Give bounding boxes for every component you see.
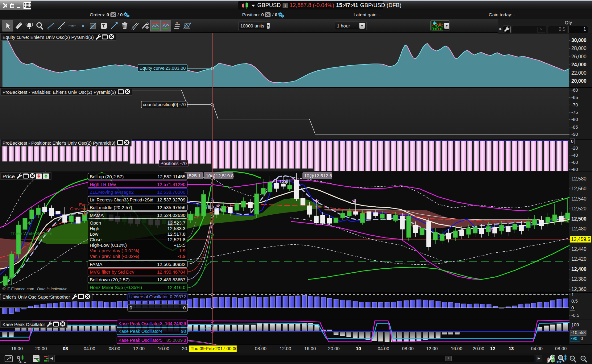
svg-text:Kase Peak Oscillator4: Kase Peak Oscillator4 <box>118 329 163 334</box>
svg-text:12,580: 12,580 <box>571 176 586 181</box>
svg-text:Lin Regress Chan33 Period+2Std: Lin Regress Chan33 Period+2Std <box>90 197 153 202</box>
svg-text:13: 13 <box>509 346 514 351</box>
svg-text:10@12,512.6: 10@12,512.6 <box>304 173 332 178</box>
svg-text:-80: -80 <box>571 167 578 172</box>
svg-text:FAMA: FAMA <box>90 262 102 267</box>
svg-text:12:00: 12:00 <box>426 346 438 351</box>
svg-text:0: 0 <box>184 338 186 343</box>
svg-text:08:00: 08:00 <box>555 346 567 351</box>
svg-text:12,400: 12,400 <box>571 267 586 272</box>
svg-text:12,416.0: 12,416.0 <box>168 285 185 290</box>
svg-text:Kase Peak Oscillator: Kase Peak Oscillator <box>2 322 45 327</box>
svg-text:-1.9: -1.9 <box>177 248 185 253</box>
svg-text:28,000: 28,000 <box>571 46 586 51</box>
svg-text:20,000: 20,000 <box>571 78 586 84</box>
svg-text:Positions: Positions <box>160 161 179 166</box>
svg-text:Equity curve: Equity curve <box>139 66 164 71</box>
svg-text:12,480: 12,480 <box>571 226 586 231</box>
svg-text:08:00: 08:00 <box>402 346 414 351</box>
svg-text:-0.5: -0.5 <box>571 312 579 318</box>
svg-text:-20: -20 <box>571 145 578 151</box>
svg-text:Data is indicative: Data is indicative <box>37 287 67 291</box>
svg-text:Open: Open <box>90 220 101 225</box>
svg-text:MAMA: MAMA <box>90 213 104 218</box>
svg-text:90: 90 <box>181 329 186 334</box>
svg-text:10@12,519.8: 10@12,519.8 <box>206 173 234 178</box>
svg-text:12,524.02630: 12,524.02630 <box>157 213 185 218</box>
svg-text:-85: -85 <box>571 124 578 130</box>
svg-text:12: 12 <box>490 346 495 351</box>
svg-text:0: 0 <box>581 336 583 341</box>
svg-text:12,380: 12,380 <box>571 276 586 282</box>
svg-text:20:00: 20:00 <box>473 346 484 351</box>
svg-text:12,499.46784: 12,499.46784 <box>157 269 185 275</box>
svg-text:-80: -80 <box>571 117 578 122</box>
svg-text:-65: -65 <box>571 95 578 100</box>
svg-text:12,537.92709: 12,537.92709 <box>157 197 185 202</box>
svg-text:-70: -70 <box>571 102 578 107</box>
svg-text:12,505.30932: 12,505.30932 <box>157 262 185 267</box>
svg-text:0: 0 <box>571 139 573 144</box>
svg-text:Thu 09-Feb-2017 00:00: Thu 09-Feb-2017 00:00 <box>191 346 238 351</box>
svg-text:12,360: 12,360 <box>571 287 586 292</box>
svg-text:12,440: 12,440 <box>571 246 586 252</box>
svg-text:12,523.7: 12,523.7 <box>168 220 185 225</box>
svg-text:Low: Low <box>90 231 98 237</box>
svg-text:0: 0 <box>571 305 574 310</box>
svg-text:12,582.11455: 12,582.11455 <box>157 174 185 179</box>
svg-text:Ehler's Univ Osc SuperSmoother: Ehler's Univ Osc SuperSmoother <box>2 294 70 300</box>
svg-text:12,560: 12,560 <box>571 186 586 191</box>
svg-text:12:00: 12:00 <box>133 346 145 351</box>
svg-text:12:00: 12:00 <box>279 346 291 351</box>
svg-text:12,538.70000: 12,538.70000 <box>157 189 185 195</box>
svg-text:-60: -60 <box>571 87 578 93</box>
svg-text:23,083.00: 23,083.00 <box>165 66 186 71</box>
svg-text:−: − <box>571 356 573 361</box>
svg-text:countofposition[0]: countofposition[0] <box>143 102 178 107</box>
svg-text:Horiz Minor Sup (-0.35%): Horiz Minor Sup (-0.35%) <box>90 285 142 290</box>
svg-text:Universal Oscillator: Universal Oscillator <box>129 294 168 299</box>
svg-text:Price: Price <box>2 174 15 179</box>
svg-text:ProBacktest - Variables: Ehler: ProBacktest - Variables: Ehler's Univ Os… <box>2 89 116 95</box>
svg-text:-60: -60 <box>571 159 578 165</box>
svg-text:16:00: 16:00 <box>304 346 316 351</box>
svg-text:Var. / prev. day (-0.02%): Var. / prev. day (-0.02%) <box>90 248 139 253</box>
svg-text:High: High <box>90 226 99 231</box>
svg-text:High-Low (0.12%): High-Low (0.12%) <box>90 242 127 248</box>
svg-text:04:00: 04:00 <box>84 346 95 351</box>
svg-text:20:: 20: <box>182 346 188 351</box>
svg-text:Boll down (20,2.57): Boll down (20,2.57) <box>90 277 130 282</box>
svg-text:12,571.41290: 12,571.41290 <box>157 182 185 187</box>
svg-text:Equity curve: Ehler's Univ Osc: Equity curve: Ehler's Univ Osc(2) Pyrami… <box>2 35 94 40</box>
svg-text:1: 1 <box>571 292 574 297</box>
svg-text:-70: -70 <box>180 161 187 166</box>
svg-text:08:00: 08:00 <box>255 346 267 351</box>
svg-text:12,521.8: 12,521.8 <box>168 237 185 242</box>
svg-text:ZLEMoving average2: ZLEMoving average2 <box>90 189 134 195</box>
svg-text:16:00: 16:00 <box>11 346 23 351</box>
svg-text:0.5: 0.5 <box>571 298 578 304</box>
svg-text:12,420: 12,420 <box>571 256 586 262</box>
svg-text:12,517.8: 12,517.8 <box>168 231 185 237</box>
svg-text:© IT-Finance.com: © IT-Finance.com <box>2 287 34 291</box>
svg-text:12,540: 12,540 <box>571 196 586 201</box>
svg-text:16:00: 16:00 <box>451 346 462 351</box>
svg-text:Doji: Doji <box>280 179 288 184</box>
svg-text:0: 0 <box>571 326 573 330</box>
svg-text:08:00: 08:00 <box>109 346 120 351</box>
svg-text:12,489.83657: 12,489.83657 <box>157 277 185 282</box>
svg-text:Three White Soldiers: Three White Soldiers <box>10 231 52 236</box>
svg-text:+: + <box>582 356 584 361</box>
svg-text:20:00: 20:00 <box>35 346 47 351</box>
svg-text:20:00: 20:00 <box>328 346 340 351</box>
svg-text:+15.5: +15.5 <box>174 242 185 248</box>
svg-text:ProBacktest - Positions: Ehler: ProBacktest - Positions: Ehler's Univ Os… <box>2 140 115 146</box>
svg-text:-90: -90 <box>571 336 577 341</box>
svg-text:12,520: 12,520 <box>571 206 586 211</box>
svg-text:Kase Peak Oscillator3: Kase Peak Oscillator3 <box>118 321 163 326</box>
svg-text:-40: -40 <box>571 152 578 158</box>
svg-text:-75: -75 <box>571 110 578 115</box>
svg-text:Var. / prev. unit (-0.02%): Var. / prev. unit (-0.02%) <box>90 254 139 259</box>
svg-text:12,459.5: 12,459.5 <box>571 237 590 242</box>
svg-text:MVG filter by Std Dev: MVG filter by Std Dev <box>90 269 135 275</box>
